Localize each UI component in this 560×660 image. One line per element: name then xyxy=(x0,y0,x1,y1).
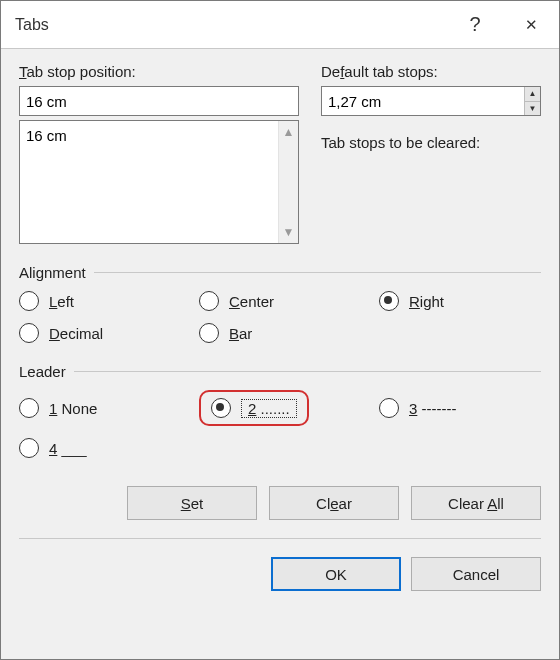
clear-all-button[interactable]: Clear All xyxy=(411,486,541,520)
alignment-left-radio[interactable]: Left xyxy=(19,291,199,311)
spinner-down-button[interactable]: ▼ xyxy=(525,102,540,116)
alignment-center-radio[interactable]: Center xyxy=(199,291,379,311)
close-icon: ✕ xyxy=(525,16,538,34)
alignment-bar-radio[interactable]: Bar xyxy=(199,323,379,343)
chevron-up-icon: ▲ xyxy=(283,125,295,139)
tab-stop-position-label: Tab stop position: xyxy=(19,63,299,80)
cancel-button[interactable]: Cancel xyxy=(411,557,541,591)
alignment-decimal-radio[interactable]: Decimal xyxy=(19,323,199,343)
spinner-up-button[interactable]: ▲ xyxy=(525,87,540,102)
leader-2-dotted-radio[interactable]: 2 ....... xyxy=(211,398,297,418)
leader-section-header: Leader xyxy=(19,363,541,380)
ok-button[interactable]: OK xyxy=(271,557,401,591)
chevron-down-icon: ▼ xyxy=(283,225,295,239)
leader-1-none-radio[interactable]: 1 None xyxy=(19,390,199,426)
tab-stops-cleared-label: Tab stops to be cleared: xyxy=(321,134,541,151)
dialog-title: Tabs xyxy=(15,16,447,34)
help-button[interactable]: ? xyxy=(447,1,503,49)
titlebar: Tabs ? ✕ xyxy=(1,1,559,49)
set-button[interactable]: Set xyxy=(127,486,257,520)
scrollbar[interactable]: ▲ ▼ xyxy=(278,121,298,243)
tab-stop-listbox[interactable]: 16 cm ▲ ▼ xyxy=(19,120,299,244)
tab-stop-position-input[interactable] xyxy=(19,86,299,116)
leader-2-highlight: 2 ....... xyxy=(199,390,309,426)
default-tab-stops-spinner[interactable]: ▲ ▼ xyxy=(321,86,541,116)
default-tab-stops-input[interactable] xyxy=(322,87,524,115)
list-item[interactable]: 16 cm xyxy=(26,125,292,146)
close-button[interactable]: ✕ xyxy=(503,1,559,49)
leader-3-dashed-radio[interactable]: 3 ------- xyxy=(379,390,539,426)
alignment-section-header: Alignment xyxy=(19,264,541,281)
clear-button[interactable]: Clear xyxy=(269,486,399,520)
dialog-content: Tab stop position: 16 cm ▲ ▼ Default tab… xyxy=(1,49,559,605)
default-tab-stops-label: Default tab stops: xyxy=(321,63,541,80)
leader-4-underline-radio[interactable]: 4 ___ xyxy=(19,438,199,458)
alignment-right-radio[interactable]: Right xyxy=(379,291,539,311)
